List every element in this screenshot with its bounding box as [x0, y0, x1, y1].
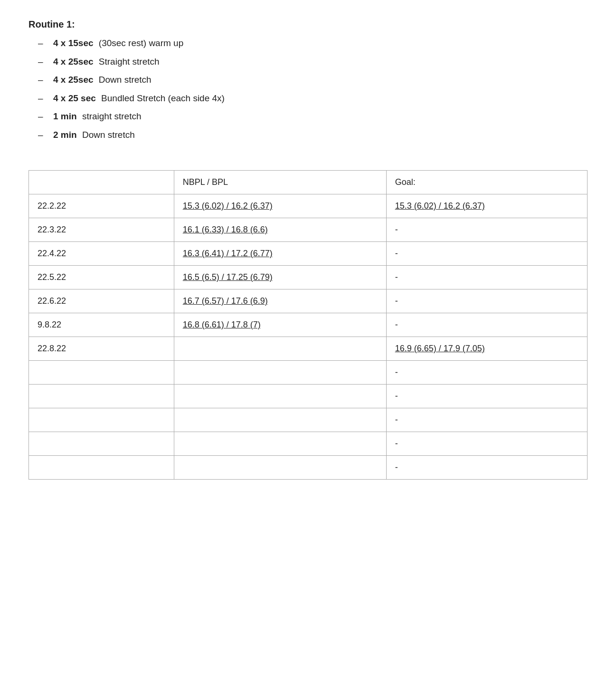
- table-cell-goal-11: -: [386, 456, 587, 480]
- table-row-11: -: [29, 456, 588, 480]
- table-cell-date-7: [29, 361, 174, 385]
- table-cell-goal-8: -: [386, 385, 587, 408]
- table-row-6: 22.8.2216.9 (6.65) / 17.9 (7.05): [29, 337, 588, 361]
- table-cell-goal-1: -: [386, 218, 587, 242]
- routine-item-rest-4: straight stretch: [80, 111, 142, 121]
- table-cell-goal-2: -: [386, 242, 587, 266]
- table-cell-nbpl-2: 16.3 (6.41) / 17.2 (6.77): [174, 242, 386, 266]
- table-cell-nbpl-5: 16.8 (6.61) / 17.8 (7): [174, 313, 386, 337]
- routine-item-1: –4 x 25sec Straight stretch: [38, 55, 588, 69]
- table-cell-goal-5: -: [386, 313, 587, 337]
- routine-item-rest-0: (30sec rest) warm up: [96, 38, 184, 48]
- table-cell-date-8: [29, 385, 174, 408]
- routine-item-rest-5: Down stretch: [80, 130, 135, 140]
- table-row-7: -: [29, 361, 588, 385]
- table-cell-nbpl-9: [174, 408, 386, 432]
- table-cell-date-11: [29, 456, 174, 480]
- table-row-1: 22.3.2216.1 (6.33) / 16.8 (6.6)-: [29, 218, 588, 242]
- table-row-3: 22.5.2216.5 (6.5) / 17.25 (6.79)-: [29, 266, 588, 289]
- routine-item-bold-1: 4 x 25sec: [53, 57, 94, 67]
- routine-dash-5: –: [38, 128, 46, 142]
- table-cell-nbpl-4: 16.7 (6.57) / 17.6 (6.9): [174, 289, 386, 313]
- routine-item-text-1: 4 x 25sec Straight stretch: [53, 55, 160, 69]
- routine-item-bold-3: 4 x 25 sec: [53, 93, 96, 103]
- table-header-0: [29, 171, 174, 194]
- table-cell-date-6: 22.8.22: [29, 337, 174, 361]
- table-row-4: 22.6.2216.7 (6.57) / 17.6 (6.9)-: [29, 289, 588, 313]
- table-row-2: 22.4.2216.3 (6.41) / 17.2 (6.77)-: [29, 242, 588, 266]
- table-cell-nbpl-1: 16.1 (6.33) / 16.8 (6.6): [174, 218, 386, 242]
- routine-item-4: –1 min straight stretch: [38, 110, 588, 124]
- routine-dash-2: –: [38, 73, 46, 87]
- routine-item-bold-5: 2 min: [53, 130, 77, 140]
- routine-list: –4 x 15sec (30sec rest) warm up–4 x 25se…: [28, 37, 588, 142]
- routine-item-bold-4: 1 min: [53, 111, 77, 121]
- table-cell-date-3: 22.5.22: [29, 266, 174, 289]
- routine-item-text-3: 4 x 25 sec Bundled Stretch (each side 4x…: [53, 92, 225, 106]
- table-cell-date-1: 22.3.22: [29, 218, 174, 242]
- data-table: NBPL / BPLGoal: 22.2.2215.3 (6.02) / 16.…: [28, 170, 588, 480]
- routine-dash-1: –: [38, 55, 46, 69]
- routine-dash-3: –: [38, 92, 46, 106]
- table-cell-goal-4: -: [386, 289, 587, 313]
- table-cell-goal-6: 16.9 (6.65) / 17.9 (7.05): [386, 337, 587, 361]
- routine-item-text-0: 4 x 15sec (30sec rest) warm up: [53, 37, 183, 50]
- table-cell-nbpl-3: 16.5 (6.5) / 17.25 (6.79): [174, 266, 386, 289]
- routine-item-3: –4 x 25 sec Bundled Stretch (each side 4…: [38, 92, 588, 106]
- routine-item-rest-1: Straight stretch: [96, 57, 160, 67]
- routine-item-5: –2 min Down stretch: [38, 128, 588, 142]
- table-cell-date-10: [29, 432, 174, 456]
- page-content: Routine 1: –4 x 15sec (30sec rest) warm …: [28, 19, 588, 480]
- table-cell-nbpl-8: [174, 385, 386, 408]
- routine-item-rest-3: Bundled Stretch (each side 4x): [99, 93, 225, 103]
- routine-dash-0: –: [38, 37, 46, 50]
- routine-dash-4: –: [38, 110, 46, 124]
- table-cell-nbpl-7: [174, 361, 386, 385]
- table-cell-goal-0: 15.3 (6.02) / 16.2 (6.37): [386, 194, 587, 218]
- routine-item-rest-2: Down stretch: [96, 75, 152, 85]
- table-cell-date-4: 22.6.22: [29, 289, 174, 313]
- table-header-1: NBPL / BPL: [174, 171, 386, 194]
- table-cell-nbpl-0: 15.3 (6.02) / 16.2 (6.37): [174, 194, 386, 218]
- table-row-0: 22.2.2215.3 (6.02) / 16.2 (6.37)15.3 (6.…: [29, 194, 588, 218]
- routine-title: Routine 1:: [28, 19, 588, 30]
- table-cell-date-5: 9.8.22: [29, 313, 174, 337]
- routine-item-bold-0: 4 x 15sec: [53, 38, 94, 48]
- table-header-2: Goal:: [386, 171, 587, 194]
- routine-item-text-4: 1 min straight stretch: [53, 110, 142, 124]
- table-cell-goal-7: -: [386, 361, 587, 385]
- table-cell-goal-10: -: [386, 432, 587, 456]
- table-row-5: 9.8.2216.8 (6.61) / 17.8 (7)-: [29, 313, 588, 337]
- routine-item-bold-2: 4 x 25sec: [53, 75, 94, 85]
- table-cell-date-2: 22.4.22: [29, 242, 174, 266]
- routine-item-0: –4 x 15sec (30sec rest) warm up: [38, 37, 588, 50]
- table-cell-nbpl-11: [174, 456, 386, 480]
- routine-item-2: –4 x 25sec Down stretch: [38, 73, 588, 87]
- routine-item-text-2: 4 x 25sec Down stretch: [53, 73, 152, 87]
- table-cell-nbpl-10: [174, 432, 386, 456]
- table-cell-nbpl-6: [174, 337, 386, 361]
- table-row-8: -: [29, 385, 588, 408]
- routine-section: Routine 1: –4 x 15sec (30sec rest) warm …: [28, 19, 588, 142]
- table-cell-date-0: 22.2.22: [29, 194, 174, 218]
- table-row-9: -: [29, 408, 588, 432]
- table-cell-goal-3: -: [386, 266, 587, 289]
- table-row-10: -: [29, 432, 588, 456]
- table-cell-date-9: [29, 408, 174, 432]
- table-cell-goal-9: -: [386, 408, 587, 432]
- routine-item-text-5: 2 min Down stretch: [53, 128, 135, 142]
